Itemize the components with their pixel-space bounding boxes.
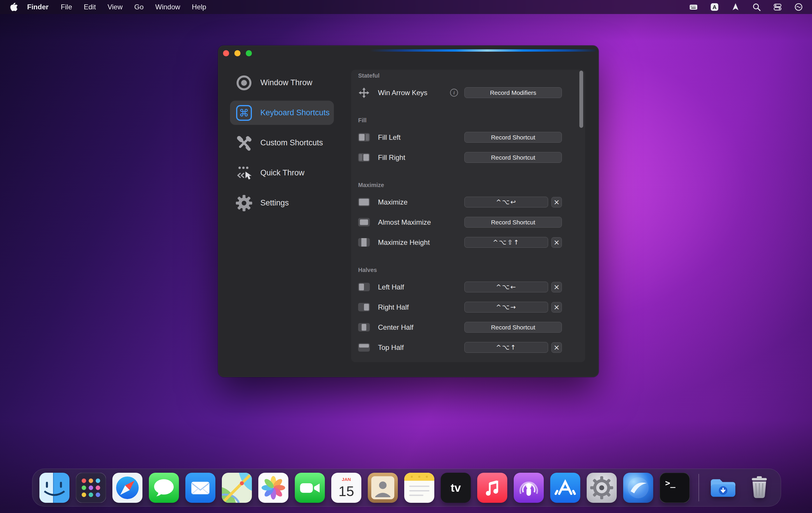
clear-shortcut-button[interactable]: × bbox=[551, 237, 562, 248]
svg-text:tv: tv bbox=[451, 481, 461, 494]
clear-shortcut-button[interactable]: × bbox=[551, 197, 562, 208]
menu-edit[interactable]: Edit bbox=[78, 3, 102, 11]
record-shortcut-button[interactable]: Record Shortcut bbox=[464, 132, 562, 143]
dock-icon-music[interactable] bbox=[477, 473, 507, 503]
section-title-stateful: Stateful bbox=[351, 70, 585, 83]
shortcut-row-win-arrow-keys: Win Arrow Keys i Record Modifiers bbox=[351, 83, 585, 103]
shortcuts-panel: Stateful Win Arrow Keys i Record Modifie… bbox=[351, 70, 585, 362]
traffic-lights bbox=[223, 50, 252, 56]
shortcut-row-right-half: Right Half ^⌥→ × bbox=[351, 297, 585, 317]
shortcut-field[interactable]: ^⌥↑ bbox=[464, 342, 548, 353]
sidebar: Window Throw ⌘ Keyboard Shortcuts Custom… bbox=[230, 71, 334, 215]
row-label: Top Half bbox=[378, 343, 404, 352]
row-label: Right Half bbox=[378, 303, 409, 311]
dock-separator bbox=[698, 474, 699, 501]
dock-icon-trash[interactable] bbox=[744, 473, 774, 503]
dock-icon-downloads[interactable] bbox=[708, 473, 738, 503]
row-label: Almost Maximize bbox=[378, 218, 431, 227]
target-icon bbox=[235, 73, 253, 92]
dock-icon-launchpad[interactable] bbox=[76, 473, 106, 503]
record-shortcut-button[interactable]: Record Shortcut bbox=[464, 217, 562, 228]
dock: JAN 15 tv bbox=[32, 469, 781, 507]
svg-text:A: A bbox=[713, 4, 717, 10]
row-label: Left Half bbox=[378, 283, 404, 291]
shortcut-field[interactable]: ^⌥← bbox=[464, 281, 548, 292]
tools-icon bbox=[235, 134, 253, 152]
dock-icon-apple-tv[interactable]: tv bbox=[441, 473, 471, 503]
record-shortcut-button[interactable]: Record Shortcut bbox=[464, 152, 562, 163]
row-label: Win Arrow Keys bbox=[378, 89, 427, 97]
menu-view[interactable]: View bbox=[102, 3, 128, 11]
dock-icon-messages[interactable] bbox=[149, 473, 179, 503]
section-title-halves: Halves bbox=[351, 264, 585, 277]
dock-icon-calendar[interactable]: JAN 15 bbox=[331, 473, 361, 503]
app-window: Window Throw ⌘ Keyboard Shortcuts Custom… bbox=[218, 46, 599, 377]
sidebar-item-keyboard-shortcuts[interactable]: ⌘ Keyboard Shortcuts bbox=[230, 101, 334, 125]
close-button[interactable] bbox=[223, 50, 229, 56]
row-label: Center Half bbox=[378, 323, 413, 331]
location-icon[interactable] bbox=[731, 2, 740, 12]
dock-icon-podcasts[interactable] bbox=[514, 473, 544, 503]
svg-text:15: 15 bbox=[339, 483, 354, 499]
shortcut-row-fill-left: Fill Left Record Shortcut bbox=[351, 127, 585, 147]
dock-icon-system-preferences[interactable] bbox=[587, 473, 617, 503]
menu-help[interactable]: Help bbox=[186, 3, 212, 11]
dock-icon-finder[interactable] bbox=[39, 473, 69, 503]
fill-left-icon bbox=[358, 133, 370, 142]
svg-text:JAN: JAN bbox=[342, 477, 351, 482]
menu-window[interactable]: Window bbox=[149, 3, 186, 11]
menu-file[interactable]: File bbox=[55, 3, 78, 11]
clear-shortcut-button[interactable]: × bbox=[551, 302, 562, 312]
shortcut-field[interactable]: ^⌥↩ bbox=[464, 197, 548, 208]
shortcut-row-almost-maximize: Almost Maximize Record Shortcut bbox=[351, 212, 585, 232]
sidebar-item-quick-throw[interactable]: Quick Throw bbox=[230, 161, 334, 185]
apple-menu-icon[interactable] bbox=[10, 2, 18, 12]
sidebar-item-label: Settings bbox=[260, 199, 289, 208]
shortcut-row-maximize-height: Maximize Height ^⌥⇧↑ × bbox=[351, 232, 585, 252]
minimize-button[interactable] bbox=[234, 50, 240, 56]
cursor-icon bbox=[235, 164, 253, 182]
dock-icon-mail[interactable] bbox=[185, 473, 215, 503]
clear-shortcut-button[interactable]: × bbox=[551, 342, 562, 353]
record-modifiers-button[interactable]: Record Modifiers bbox=[464, 87, 562, 98]
shortcut-row-fill-right: Fill Right Record Shortcut bbox=[351, 147, 585, 168]
sidebar-item-label: Quick Throw bbox=[260, 169, 304, 177]
active-app-menu[interactable]: Finder bbox=[21, 3, 55, 11]
keyboard-icon[interactable] bbox=[689, 2, 698, 12]
siri-icon[interactable] bbox=[794, 2, 803, 12]
dock-icon-app-store[interactable] bbox=[550, 473, 580, 503]
maximize-icon bbox=[358, 198, 370, 206]
menu-bar: Finder File Edit View Go Window Help A bbox=[0, 0, 812, 14]
control-center-icon[interactable] bbox=[773, 2, 782, 12]
left-half-icon bbox=[358, 283, 370, 291]
record-shortcut-button[interactable]: Record Shortcut bbox=[464, 322, 562, 333]
command-icon: ⌘ bbox=[235, 103, 253, 122]
scrollbar-thumb[interactable] bbox=[579, 71, 583, 128]
dock-icon-notes[interactable] bbox=[404, 473, 434, 503]
almost-maximize-icon bbox=[358, 218, 370, 227]
dock-icon-facetime[interactable] bbox=[295, 473, 325, 503]
gear-icon bbox=[235, 194, 253, 212]
sidebar-item-window-throw[interactable]: Window Throw bbox=[230, 71, 334, 95]
shortcut-field[interactable]: ^⌥→ bbox=[464, 302, 548, 312]
maximize-height-icon bbox=[358, 238, 370, 247]
dock-icon-terminal[interactable]: >_ bbox=[660, 473, 690, 503]
zoom-button[interactable] bbox=[246, 50, 252, 56]
dock-icon-photos[interactable] bbox=[258, 473, 288, 503]
input-source-icon[interactable]: A bbox=[710, 2, 719, 12]
menu-go[interactable]: Go bbox=[128, 3, 149, 11]
shortcut-field[interactable]: ^⌥⇧↑ bbox=[464, 237, 548, 248]
dock-icon-maps[interactable] bbox=[222, 473, 252, 503]
sidebar-item-settings[interactable]: Settings bbox=[230, 191, 334, 215]
section-title-maximize: Maximize bbox=[351, 179, 585, 192]
spotlight-icon[interactable] bbox=[752, 2, 761, 12]
dock-icon-window-throw-app[interactable] bbox=[623, 473, 653, 503]
row-label: Fill Right bbox=[378, 153, 405, 162]
dock-icon-safari[interactable] bbox=[112, 473, 142, 503]
dock-icon-contacts[interactable] bbox=[368, 473, 398, 503]
move-arrows-icon bbox=[358, 87, 370, 98]
clear-shortcut-button[interactable]: × bbox=[551, 282, 562, 292]
row-label: Maximize Height bbox=[378, 238, 430, 247]
sidebar-item-custom-shortcuts[interactable]: Custom Shortcuts bbox=[230, 131, 334, 155]
info-icon[interactable]: i bbox=[450, 89, 458, 97]
